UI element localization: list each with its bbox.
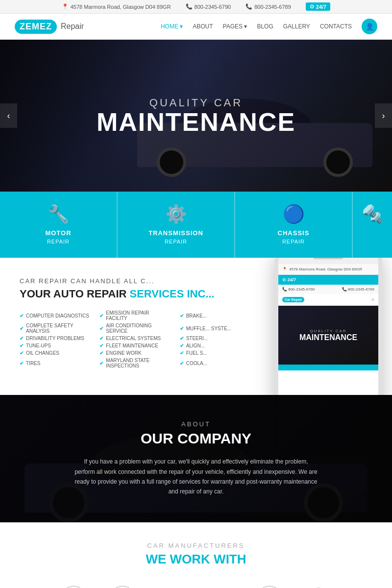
phone-logo-badge: Car Repair	[282, 297, 304, 302]
section-overline: CAR REPAIR CAN HANDLE ALL C...	[20, 277, 250, 285]
service-motor[interactable]: 🔧 MOTOR REPAIR	[0, 192, 118, 258]
user-button[interactable]: 👤	[362, 19, 377, 34]
list-item: ✔TIRES	[20, 358, 90, 368]
transmission-name: TRANSMISSION	[125, 229, 227, 237]
hero-content: QUALITY CAR MAINTENANCE	[97, 97, 295, 135]
car-wheel-left	[157, 147, 186, 177]
body-icon: 🔩	[358, 204, 387, 224]
list-item: ✔COMPUTER DIAGNOSTICS	[20, 310, 90, 321]
location-icon: 📍	[62, 3, 69, 10]
nav-contacts[interactable]: CONTACTS	[320, 23, 352, 30]
phone2-item: 📞 800-2345-6789	[245, 3, 291, 10]
hero-section: QUALITY CAR MAINTENANCE ‹ ›	[0, 40, 392, 192]
phone-location-icon: 📍	[282, 267, 287, 271]
check-icon: ✔	[20, 326, 24, 331]
top-bar: 📍 4578 Marmora Road, Glasgow D04 89GR 📞 …	[0, 0, 392, 14]
phone-hero: QUALITY CAR MAINTENANCE	[278, 306, 378, 365]
services-bar: 🔧 MOTOR REPAIR ⚙️ TRANSMISSION REPAIR 🔵 …	[0, 192, 392, 258]
check-icon: ✔	[20, 361, 24, 366]
address-text: 4578 Marmora Road, Glasgow D04 89GR	[71, 4, 171, 10]
phone2-icon: 📞	[245, 3, 252, 10]
list-item: ✔FUEL S...	[180, 350, 250, 356]
phone1-item: 📞 800-2345-6790	[186, 3, 231, 10]
brand-bmw	[105, 582, 140, 588]
manufacturers-logos: L VW	[20, 582, 372, 588]
phone-hero-sub: QUALITY CAR	[310, 329, 346, 333]
phone-hero-title: MAINTENANCE	[299, 333, 357, 342]
manufacturers-title: WE WORK WITH	[20, 552, 372, 567]
hero-next-button[interactable]: ›	[375, 103, 392, 128]
svg-point-5	[110, 586, 135, 588]
list-item: ✔OIL CHANGES	[20, 350, 90, 356]
service-chassis[interactable]: 🔵 CHASSIS REPAIR	[235, 192, 353, 258]
nav-about[interactable]: ABOUT	[193, 23, 213, 30]
hero-prev-button[interactable]: ‹	[0, 103, 17, 128]
about-title: OUR COMPANY	[74, 430, 318, 447]
nav-gallery[interactable]: GALLERY	[283, 23, 310, 30]
chassis-sub: REPAIR	[282, 239, 305, 245]
nav-blog[interactable]: BLOG	[257, 23, 273, 30]
list-item: ✔DRIVABILITY PROBLEMS	[20, 336, 90, 341]
availability-badge: ⊙ 24/7	[306, 2, 330, 11]
check-icon: ✔	[180, 350, 184, 356]
transmission-sub: REPAIR	[165, 239, 187, 245]
check-icon: ✔	[99, 350, 103, 356]
phone-topbar: 📍 4578 Marmora Road, Glasgow D04 89GR	[278, 264, 378, 275]
manufacturers-overline: CAR MANUFACTURERS	[20, 542, 372, 549]
svg-point-0	[61, 586, 86, 588]
phone1-text: 800-2345-6790	[195, 4, 231, 10]
main-content-section: CAR REPAIR CAN HANDLE ALL C... YOUR AUTO…	[0, 258, 392, 395]
site-header: ZEMEZ Repair HOME ▾ ABOUT PAGES ▾ BLOG G…	[0, 14, 392, 40]
check-icon: ✔	[20, 336, 24, 341]
svg-point-15	[257, 586, 282, 588]
motor-icon: 🔧	[7, 204, 109, 224]
logo[interactable]: ZEMEZ Repair	[15, 20, 84, 34]
phone1-icon: 📞	[186, 3, 193, 10]
transmission-icon: ⚙️	[125, 204, 227, 224]
content-left: CAR REPAIR CAN HANDLE ALL C... YOUR AUTO…	[20, 277, 250, 368]
main-nav: HOME ▾ ABOUT PAGES ▾ BLOG GALLERY CONTAC…	[161, 19, 377, 34]
nav-home[interactable]: HOME ▾	[161, 23, 183, 30]
brand-audi	[154, 582, 189, 588]
car-wheel-right	[323, 147, 353, 177]
phone-blue-bottom	[278, 365, 378, 370]
logo-badge: ZEMEZ	[15, 20, 57, 34]
about-overline: ABOUT	[74, 420, 318, 428]
phone-content-area	[278, 370, 378, 395]
list-item: ✔BRAKE...	[180, 310, 250, 321]
section-title: YOUR AUTO REPAIR SERVICES INC...	[20, 288, 250, 300]
brand-vw: VW	[252, 582, 287, 588]
list-item: ✔ELECTRICAL SYSTEMS	[99, 336, 170, 341]
list-item: ✔STEERI...	[180, 336, 250, 341]
list-item: ✔TUNE-UPS	[20, 343, 90, 348]
about-content: ABOUT OUR COMPANY If you have a problem …	[74, 420, 318, 497]
service-body-partial[interactable]: 🔩	[353, 192, 392, 258]
phone-logo: Car Repair	[282, 297, 304, 302]
nav-pages[interactable]: PAGES ▾	[223, 23, 247, 30]
logo-subtitle: Repair	[61, 22, 84, 31]
hero-title: MAINTENANCE	[97, 109, 295, 135]
list-item: ✔MARYLAND STATE INSPECTIONS	[99, 358, 170, 368]
phone-availability: ⊙ 24/7	[282, 277, 296, 282]
list-item: ✔MUFFLE... SYSTE...	[180, 323, 250, 334]
motor-name: MOTOR	[7, 229, 109, 237]
check-icon: ✔	[99, 313, 103, 318]
phone-mockup: 📍 4578 Marmora Road, Glasgow D04 89GR ⊙ …	[274, 258, 382, 395]
list-item: ✔AIR CONDITIONING SERVICE	[99, 323, 170, 334]
list-item: ✔EMISSION REPAIR FACILITY	[99, 310, 170, 321]
brand-lexus: L	[203, 582, 238, 588]
list-item: ✔FLEET MAINTENANCE	[99, 343, 170, 348]
list-item: ✔COMPLETE SAFETY ANALYSIS	[20, 323, 90, 334]
check-icon: ✔	[20, 343, 24, 348]
check-icon: ✔	[20, 313, 24, 318]
check-icon: ✔	[20, 350, 24, 356]
check-icon: ✔	[99, 343, 103, 348]
brand-toyota	[301, 582, 336, 588]
manufacturers-title-part2: WITH	[214, 552, 246, 566]
chassis-icon: 🔵	[243, 204, 344, 224]
check-icon: ✔	[180, 336, 184, 341]
service-transmission[interactable]: ⚙️ TRANSMISSION REPAIR	[118, 192, 235, 258]
check-icon: ✔	[180, 343, 184, 348]
manufacturers-title-part1: WE WORK	[146, 552, 214, 566]
check-icon: ✔	[180, 326, 184, 331]
